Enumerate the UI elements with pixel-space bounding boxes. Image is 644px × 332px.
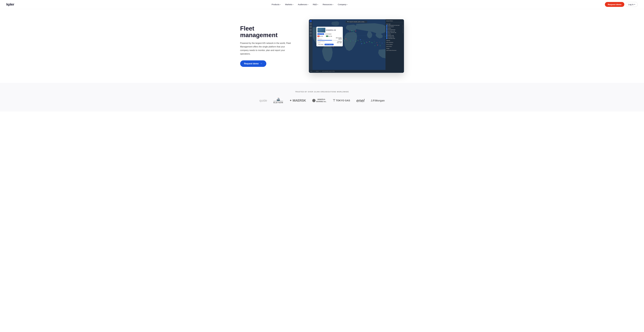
- svg-point-47: [371, 42, 372, 43]
- svg-point-30: [380, 46, 380, 46]
- current-status-label: Current Status: [386, 44, 403, 45]
- svg-point-41: [356, 41, 356, 42]
- svg-point-48: [374, 42, 374, 42]
- hero-cta-button[interactable]: Request demo →: [240, 60, 266, 67]
- status-home: Home: [310, 71, 312, 72]
- navigation: kpler Products ▾ Markets ▾ Audiences ▾ R…: [0, 0, 644, 9]
- panel-ship-cargo: Cargo Vessels ▾: [386, 26, 403, 27]
- ship-types-label: Ship Type: [386, 24, 403, 24]
- enel-text: enel: [356, 98, 364, 103]
- nav-resources[interactable]: Resources ▾: [321, 2, 335, 6]
- nav-products[interactable]: Products ▾: [270, 2, 282, 6]
- toolbar-map-icon: [310, 20, 312, 22]
- origin-flag: CN CN PJI: [318, 36, 323, 37]
- nav-audiences[interactable]: Audiences ▾: [296, 2, 310, 6]
- logo-enel: enel: [356, 98, 364, 103]
- minerva-text: MINERVAMARINE Inc.: [316, 98, 326, 102]
- trust-logos: quide 🚢 ELETSON ✦ MAERSK MINERVAMARINE I…: [6, 98, 638, 104]
- logo-jpmorgan: J.P.Morgan: [371, 99, 385, 102]
- panel-ship-highspeed: High Speed Craft ▾: [386, 31, 403, 32]
- svg-point-51: [382, 43, 382, 43]
- svg-point-49: [376, 42, 377, 43]
- nav-company[interactable]: Company ▾: [336, 2, 349, 6]
- brand-logo: kpler: [6, 2, 14, 6]
- hero-map: 🔍 Search vessels, ports, areas... WONDER…: [309, 19, 404, 73]
- vessel-progress-bar: [318, 40, 342, 40]
- chevron-down-icon: ▾: [318, 4, 318, 5]
- vessel-name: WONDERFUL SW: [326, 30, 336, 31]
- add-to-fleet-tab[interactable]: Add to Fleet: [318, 33, 324, 35]
- panel-ship-passenger: Passenger/Ferries ▾: [386, 29, 403, 30]
- vessel-action-buttons: PAST TRADE ROUTE FORECAST: [318, 44, 342, 45]
- vessel-tabs: Add to Fleet Vessel Details: [318, 33, 342, 35]
- svg-point-42: [358, 40, 358, 41]
- logo-minerva: MINERVAMARINE Inc.: [312, 98, 326, 102]
- logo-eletson: 🚢 ELETSON: [274, 98, 283, 104]
- svg-point-9: [352, 30, 352, 31]
- svg-point-15: [372, 42, 372, 43]
- past-trade-button[interactable]: PAST TRADE: [318, 44, 324, 45]
- panel-ship-fishing: Fishing: [386, 34, 403, 34]
- panel-ship-pleasure: Pleasure Craft: [386, 35, 403, 36]
- vessel-progress-fill: [318, 40, 332, 40]
- request-demo-button[interactable]: Request demo: [605, 2, 624, 7]
- chevron-down-icon: ▾: [308, 4, 308, 5]
- nav-actions: Request demo Log in ▾: [605, 2, 638, 7]
- svg-point-29: [377, 45, 378, 45]
- vessel-row-status: Speed: 13kn / 13kn: [318, 42, 342, 43]
- svg-point-16: [361, 43, 362, 44]
- toolbar-filter-icon: [310, 26, 312, 28]
- svg-point-13: [367, 42, 367, 43]
- tokyo-bracket-icon: ⊤: [333, 99, 335, 102]
- toolbar-route-icon: [310, 34, 312, 37]
- status-sep: |: [314, 71, 314, 72]
- svg-point-52: [384, 42, 385, 42]
- svg-point-27: [360, 39, 361, 40]
- hero-text: Fleet management Powered by the largest …: [240, 25, 293, 67]
- status-sep2: |: [320, 71, 320, 72]
- svg-point-37: [344, 40, 345, 41]
- logo-quide: quide: [259, 99, 267, 102]
- last-position-label: Last Position Received: [386, 50, 403, 51]
- status-last-update: Last movement: Log (0 of 256): [322, 71, 334, 72]
- hero-section: Fleet management Powered by the largest …: [230, 9, 414, 83]
- map-toolbar: [309, 19, 312, 73]
- svg-point-45: [366, 42, 366, 42]
- svg-point-40: [353, 40, 353, 41]
- other-attributes-label: Other Attributes: [386, 42, 403, 43]
- smart-filters-label: Smart Filters: [386, 46, 403, 47]
- eletson-ship-icon: 🚢: [276, 98, 280, 101]
- chevron-down-icon: ▾: [634, 4, 635, 5]
- nav-markets[interactable]: Markets ▾: [283, 2, 295, 6]
- nav-rd[interactable]: R&D ▾: [311, 2, 320, 6]
- login-button[interactable]: Log in ▾: [626, 2, 638, 7]
- svg-point-5: [346, 38, 346, 39]
- svg-point-38: [347, 40, 347, 40]
- svg-point-10: [354, 31, 354, 32]
- toolbar-search-icon: [310, 29, 312, 31]
- chevron-down-icon: ▾: [333, 4, 333, 5]
- route-forecast-button[interactable]: ROUTE FORECAST: [324, 44, 334, 45]
- svg-point-26: [358, 40, 358, 41]
- nav-links: Products ▾ Markets ▾ Audiences ▾ R&D ▾ R…: [270, 2, 349, 6]
- svg-point-50: [379, 42, 380, 42]
- vessel-flags: CN CN PJI → MX MX TPB: [318, 36, 342, 37]
- vessel-row-eta: Destination: METPB: [318, 38, 342, 40]
- svg-point-11: [355, 31, 356, 31]
- chevron-down-icon: ▾: [347, 4, 348, 5]
- arrow-icon: →: [260, 62, 262, 65]
- svg-point-4: [343, 39, 344, 40]
- panel-ship-special: Type 4 Special Craft ▾: [386, 32, 403, 33]
- vessel-details-tab[interactable]: Vessel Details: [324, 33, 332, 35]
- vessel-row-imo: IMO: 2021 01/16/01: [318, 38, 342, 38]
- toolbar-layers-icon: [310, 23, 312, 25]
- minerva-inner-icon: [313, 100, 315, 102]
- panel-title: Vessel Filters: [386, 20, 403, 22]
- chevron-down-icon: ▾: [280, 4, 280, 5]
- logo-tokyo-gas: ⊤ TOKYO GAS: [333, 99, 350, 102]
- minerva-circle-icon: [312, 99, 316, 102]
- maersk-star-icon: ✦: [290, 99, 292, 102]
- panel-ship-navaid: Navigation Aids: [386, 36, 403, 38]
- status-history: History: [316, 71, 319, 72]
- map-container: 🔍 Search vessels, ports, areas... WONDER…: [309, 19, 404, 73]
